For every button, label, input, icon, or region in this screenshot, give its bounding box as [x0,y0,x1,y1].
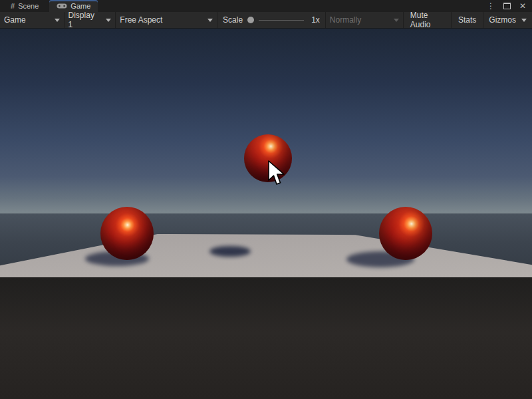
game-view-toolbar: Game Display 1 Free Aspect Scale 1x Norm… [0,12,532,29]
foreground-ground [0,277,532,399]
chevron-down-icon [55,19,60,22]
scale-label: Scale [223,15,243,25]
mute-audio-button[interactable]: Mute Audio [403,12,451,28]
sphere-shadow [209,246,251,257]
gamepad-icon [57,3,67,9]
gizmos-label: Gizmos [489,15,521,25]
aspect-ratio-dropdown[interactable]: Free Aspect [115,12,217,28]
gizmos-dropdown[interactable]: Gizmos [483,12,532,28]
display-label: Display 1 [68,11,106,29]
display-dropdown[interactable]: Display 1 [64,12,116,28]
chevron-down-icon [106,19,111,22]
tab-scene-label: Scene [18,2,39,10]
play-mode-label: Normally [330,15,366,25]
chevron-down-icon [394,19,399,22]
close-icon[interactable]: ✕ [519,2,526,10]
stats-label: Stats [458,15,476,25]
chevron-down-icon [521,19,527,22]
red-sphere-right [379,207,432,260]
scale-slider-knob[interactable] [247,17,254,23]
game-viewport[interactable] [0,29,532,399]
chevron-down-icon [207,19,213,22]
window-controls: ⋮ ✕ [487,0,532,12]
play-mode-dropdown: Normally [325,12,403,28]
tab-scene[interactable]: # Scene [3,0,46,12]
tab-game[interactable]: Game [49,0,98,12]
scale-value: 1x [309,15,320,25]
sky-gradient [0,29,532,213]
tab-game-label: Game [70,2,90,10]
scale-slider-track[interactable] [259,20,304,21]
tab-bar: # Scene Game ⋮ ✕ [0,0,532,12]
aspect-ratio-label: Free Aspect [120,15,168,25]
red-sphere-left [100,207,154,260]
game-target-label: Game [4,15,31,25]
scale-control: Scale 1x [217,12,325,28]
game-target-dropdown[interactable]: Game [0,12,64,28]
kebab-menu-icon[interactable]: ⋮ [487,2,495,10]
mute-audio-label: Mute Audio [410,11,444,29]
grid-icon: # [11,2,15,10]
stats-button[interactable]: Stats [451,12,483,28]
maximize-icon[interactable] [503,3,511,9]
mouse-cursor-icon [267,160,285,188]
